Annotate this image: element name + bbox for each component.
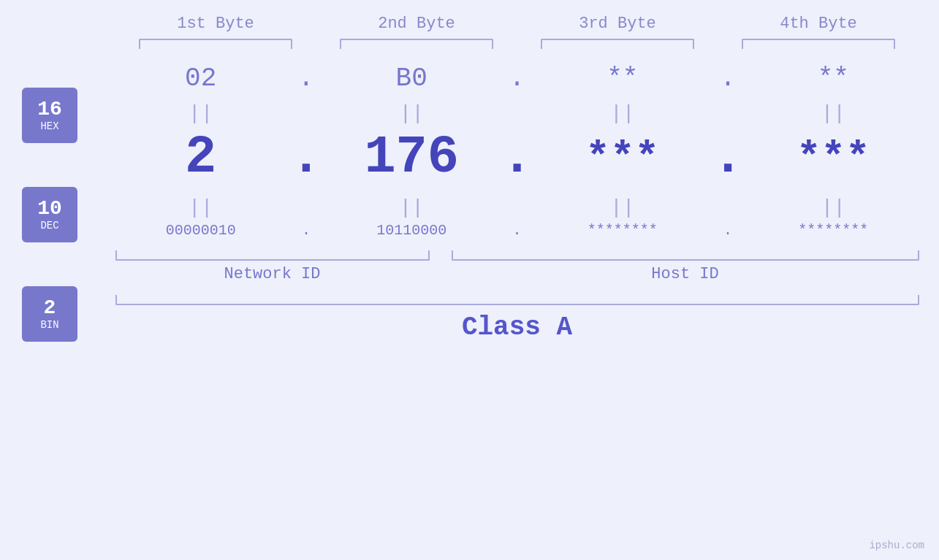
hex-val-3: **: [542, 64, 703, 93]
equals-row-2: || || || ||: [115, 196, 919, 219]
bin-badge: 2 BIN: [22, 286, 77, 342]
full-bracket-row: [115, 295, 919, 305]
bin-row: 00000010 . 10110000 . ******** . *******…: [115, 222, 919, 239]
eq1-2: ||: [331, 102, 492, 125]
hex-val-2: B0: [331, 64, 492, 93]
dec-dot-2: .: [502, 128, 531, 188]
dec-number: 10: [37, 198, 62, 220]
watermark: ipshu.com: [869, 540, 924, 551]
dec-val-4: ***: [753, 134, 913, 181]
id-labels: Network ID Host ID: [115, 265, 919, 283]
bracket-4: [742, 39, 895, 49]
bin-val-3: ********: [542, 222, 703, 239]
bottom-brackets: [115, 250, 919, 261]
hex-row: 02 . B0 . ** . **: [115, 64, 919, 93]
byte4-header: 4th Byte: [738, 15, 899, 33]
bin-dot-1: .: [292, 222, 321, 239]
dec-label: DEC: [40, 220, 58, 231]
eq2-4: ||: [753, 196, 913, 219]
hex-dot-3: .: [713, 64, 742, 93]
hex-label: HEX: [40, 120, 58, 132]
eq1-3: ||: [542, 102, 703, 125]
bin-val-4: ********: [753, 222, 913, 239]
bin-dot-2: .: [502, 222, 531, 239]
main-container: 1st Byte 2nd Byte 3rd Byte 4th Byte 16 H…: [0, 0, 939, 560]
hex-number: 16: [37, 99, 62, 121]
host-bracket: [452, 250, 919, 261]
host-id-label: Host ID: [452, 265, 919, 283]
dec-badge: 10 DEC: [22, 187, 77, 242]
byte-headers: 1st Byte 2nd Byte 3rd Byte 4th Byte: [115, 15, 919, 33]
eq2-1: ||: [121, 196, 281, 219]
eq1-1: ||: [121, 102, 281, 125]
bin-number: 2: [44, 297, 56, 320]
eq2-2: ||: [331, 196, 492, 219]
eq1-4: ||: [753, 102, 913, 125]
bracket-1: [139, 39, 292, 49]
hex-dot-1: .: [292, 64, 321, 93]
dec-dot-1: .: [292, 128, 321, 188]
byte3-header: 3rd Byte: [537, 15, 698, 33]
equals-row-1: || || || ||: [115, 102, 919, 125]
hex-badge: 16 HEX: [22, 88, 77, 143]
hex-val-1: 02: [121, 64, 281, 93]
bracket-3: [541, 39, 694, 49]
hex-val-4: **: [753, 64, 913, 93]
bin-label: BIN: [40, 319, 58, 331]
network-bracket: [115, 250, 430, 261]
dec-row: 2 . 176 . *** . ***: [115, 128, 919, 188]
dec-val-1: 2: [121, 128, 281, 188]
eq2-3: ||: [542, 196, 703, 219]
dec-val-3: ***: [542, 134, 703, 181]
class-label: Class A: [462, 312, 572, 342]
dec-dot-3: .: [713, 128, 742, 188]
bin-val-1: 00000010: [121, 222, 281, 239]
class-label-row: Class A: [115, 312, 919, 342]
byte1-header: 1st Byte: [135, 15, 296, 33]
dec-val-2: 176: [331, 128, 492, 188]
hex-dot-2: .: [502, 64, 531, 93]
byte2-header: 2nd Byte: [336, 15, 497, 33]
top-brackets: [115, 39, 919, 49]
full-bracket: [115, 295, 919, 305]
bin-val-2: 10110000: [331, 222, 492, 239]
base-labels: 16 HEX 10 DEC 2 BIN: [22, 88, 77, 342]
network-id-label: Network ID: [115, 265, 430, 283]
bracket-2: [340, 39, 493, 49]
bin-dot-3: .: [713, 222, 742, 239]
